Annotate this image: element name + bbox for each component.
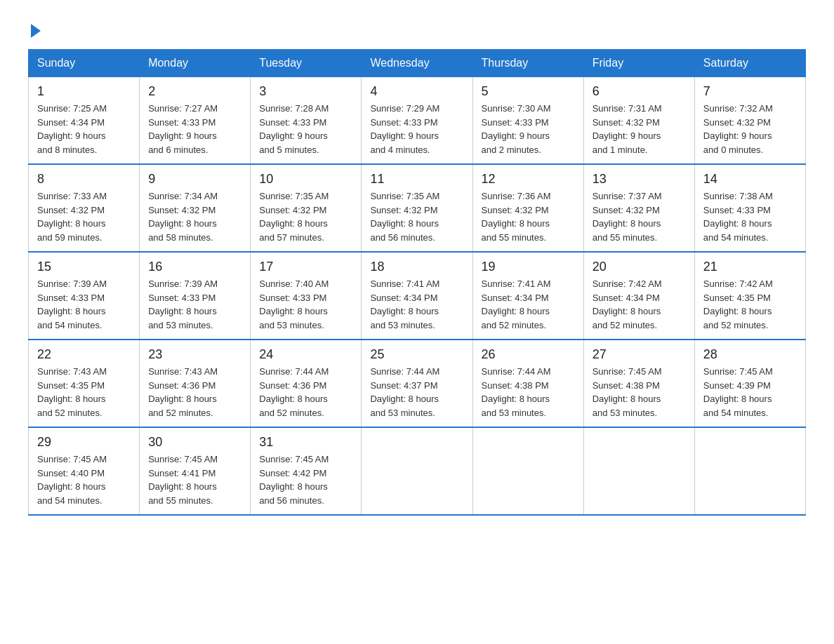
logo — [28, 21, 41, 35]
day-info: Sunrise: 7:42 AM Sunset: 4:34 PM Dayligh… — [593, 277, 686, 332]
calendar-cell: 9 Sunrise: 7:34 AM Sunset: 4:32 PM Dayli… — [140, 164, 251, 252]
day-number: 20 — [593, 260, 686, 274]
day-number: 21 — [703, 260, 797, 274]
calendar-cell: 25 Sunrise: 7:44 AM Sunset: 4:37 PM Dayl… — [362, 340, 472, 427]
day-number: 25 — [370, 347, 463, 362]
day-info: Sunrise: 7:36 AM Sunset: 4:32 PM Dayligh… — [482, 189, 575, 244]
weekday-header-friday: Friday — [583, 50, 694, 77]
calendar-cell: 26 Sunrise: 7:44 AM Sunset: 4:38 PM Dayl… — [472, 340, 583, 427]
calendar-cell: 30 Sunrise: 7:45 AM Sunset: 4:41 PM Dayl… — [140, 427, 251, 515]
calendar-cell: 21 Sunrise: 7:42 AM Sunset: 4:35 PM Dayl… — [694, 252, 805, 340]
day-number: 3 — [259, 84, 352, 99]
calendar-cell: 27 Sunrise: 7:45 AM Sunset: 4:38 PM Dayl… — [583, 340, 694, 427]
calendar-week-5: 29 Sunrise: 7:45 AM Sunset: 4:40 PM Dayl… — [29, 427, 806, 515]
day-number: 23 — [148, 347, 241, 362]
weekday-row: SundayMondayTuesdayWednesdayThursdayFrid… — [29, 50, 806, 77]
calendar-cell: 28 Sunrise: 7:45 AM Sunset: 4:39 PM Dayl… — [694, 340, 805, 427]
calendar-header: SundayMondayTuesdayWednesdayThursdayFrid… — [29, 50, 806, 77]
day-number: 15 — [37, 260, 131, 274]
calendar-cell: 4 Sunrise: 7:29 AM Sunset: 4:33 PM Dayli… — [362, 77, 472, 165]
day-info: Sunrise: 7:35 AM Sunset: 4:32 PM Dayligh… — [370, 189, 463, 244]
weekday-header-monday: Monday — [140, 50, 251, 77]
page-header — [28, 21, 806, 35]
day-info: Sunrise: 7:44 AM Sunset: 4:36 PM Dayligh… — [259, 365, 352, 420]
day-info: Sunrise: 7:39 AM Sunset: 4:33 PM Dayligh… — [37, 277, 131, 332]
day-info: Sunrise: 7:29 AM Sunset: 4:33 PM Dayligh… — [370, 102, 463, 156]
weekday-header-thursday: Thursday — [472, 50, 583, 77]
day-number: 14 — [703, 172, 797, 187]
calendar-week-2: 8 Sunrise: 7:33 AM Sunset: 4:32 PM Dayli… — [29, 164, 806, 252]
calendar-cell: 1 Sunrise: 7:25 AM Sunset: 4:34 PM Dayli… — [29, 77, 140, 165]
calendar-cell: 23 Sunrise: 7:43 AM Sunset: 4:36 PM Dayl… — [140, 340, 251, 427]
day-number: 8 — [37, 172, 131, 187]
day-number: 22 — [37, 347, 131, 362]
day-info: Sunrise: 7:45 AM Sunset: 4:42 PM Dayligh… — [259, 452, 352, 507]
logo-arrow-icon — [31, 24, 41, 38]
calendar-cell: 11 Sunrise: 7:35 AM Sunset: 4:32 PM Dayl… — [362, 164, 472, 252]
calendar-table: SundayMondayTuesdayWednesdayThursdayFrid… — [28, 49, 806, 516]
day-info: Sunrise: 7:30 AM Sunset: 4:33 PM Dayligh… — [482, 102, 575, 156]
calendar-cell: 6 Sunrise: 7:31 AM Sunset: 4:32 PM Dayli… — [583, 77, 694, 165]
day-number: 30 — [148, 435, 241, 450]
calendar-week-3: 15 Sunrise: 7:39 AM Sunset: 4:33 PM Dayl… — [29, 252, 806, 340]
day-number: 2 — [148, 84, 241, 99]
day-number: 26 — [482, 347, 575, 362]
calendar-cell — [472, 427, 583, 515]
calendar-cell: 12 Sunrise: 7:36 AM Sunset: 4:32 PM Dayl… — [472, 164, 583, 252]
day-info: Sunrise: 7:40 AM Sunset: 4:33 PM Dayligh… — [259, 277, 352, 332]
day-number: 16 — [148, 260, 241, 274]
calendar-week-4: 22 Sunrise: 7:43 AM Sunset: 4:35 PM Dayl… — [29, 340, 806, 427]
day-info: Sunrise: 7:45 AM Sunset: 4:41 PM Dayligh… — [148, 452, 241, 507]
calendar-cell: 14 Sunrise: 7:38 AM Sunset: 4:33 PM Dayl… — [694, 164, 805, 252]
day-info: Sunrise: 7:33 AM Sunset: 4:32 PM Dayligh… — [37, 189, 131, 244]
weekday-header-wednesday: Wednesday — [362, 50, 472, 77]
day-info: Sunrise: 7:35 AM Sunset: 4:32 PM Dayligh… — [259, 189, 352, 244]
day-info: Sunrise: 7:38 AM Sunset: 4:33 PM Dayligh… — [703, 189, 797, 244]
day-number: 28 — [703, 347, 797, 362]
calendar-cell — [583, 427, 694, 515]
calendar-cell: 3 Sunrise: 7:28 AM Sunset: 4:33 PM Dayli… — [251, 77, 362, 165]
day-info: Sunrise: 7:43 AM Sunset: 4:35 PM Dayligh… — [37, 365, 131, 420]
day-number: 31 — [259, 435, 352, 450]
day-info: Sunrise: 7:34 AM Sunset: 4:32 PM Dayligh… — [148, 189, 241, 244]
calendar-cell: 18 Sunrise: 7:41 AM Sunset: 4:34 PM Dayl… — [362, 252, 472, 340]
weekday-header-tuesday: Tuesday — [251, 50, 362, 77]
day-number: 29 — [37, 435, 131, 450]
day-number: 6 — [593, 84, 686, 99]
day-number: 17 — [259, 260, 352, 274]
day-number: 10 — [259, 172, 352, 187]
day-info: Sunrise: 7:44 AM Sunset: 4:38 PM Dayligh… — [482, 365, 575, 420]
day-info: Sunrise: 7:43 AM Sunset: 4:36 PM Dayligh… — [148, 365, 241, 420]
day-info: Sunrise: 7:45 AM Sunset: 4:39 PM Dayligh… — [703, 365, 797, 420]
calendar-body: 1 Sunrise: 7:25 AM Sunset: 4:34 PM Dayli… — [29, 77, 806, 516]
calendar-cell: 13 Sunrise: 7:37 AM Sunset: 4:32 PM Dayl… — [583, 164, 694, 252]
day-number: 9 — [148, 172, 241, 187]
day-info: Sunrise: 7:37 AM Sunset: 4:32 PM Dayligh… — [593, 189, 686, 244]
day-info: Sunrise: 7:41 AM Sunset: 4:34 PM Dayligh… — [482, 277, 575, 332]
day-number: 18 — [370, 260, 463, 274]
calendar-cell — [694, 427, 805, 515]
day-info: Sunrise: 7:25 AM Sunset: 4:34 PM Dayligh… — [37, 102, 131, 156]
calendar-cell — [362, 427, 472, 515]
day-number: 13 — [593, 172, 686, 187]
day-info: Sunrise: 7:41 AM Sunset: 4:34 PM Dayligh… — [370, 277, 463, 332]
day-number: 24 — [259, 347, 352, 362]
day-info: Sunrise: 7:39 AM Sunset: 4:33 PM Dayligh… — [148, 277, 241, 332]
day-info: Sunrise: 7:31 AM Sunset: 4:32 PM Dayligh… — [593, 102, 686, 156]
calendar-cell: 24 Sunrise: 7:44 AM Sunset: 4:36 PM Dayl… — [251, 340, 362, 427]
weekday-header-saturday: Saturday — [694, 50, 805, 77]
calendar-cell: 19 Sunrise: 7:41 AM Sunset: 4:34 PM Dayl… — [472, 252, 583, 340]
calendar-cell: 15 Sunrise: 7:39 AM Sunset: 4:33 PM Dayl… — [29, 252, 140, 340]
day-number: 4 — [370, 84, 463, 99]
calendar-cell: 17 Sunrise: 7:40 AM Sunset: 4:33 PM Dayl… — [251, 252, 362, 340]
calendar-cell: 8 Sunrise: 7:33 AM Sunset: 4:32 PM Dayli… — [29, 164, 140, 252]
day-info: Sunrise: 7:42 AM Sunset: 4:35 PM Dayligh… — [703, 277, 797, 332]
calendar-cell: 2 Sunrise: 7:27 AM Sunset: 4:33 PM Dayli… — [140, 77, 251, 165]
calendar-cell: 31 Sunrise: 7:45 AM Sunset: 4:42 PM Dayl… — [251, 427, 362, 515]
day-info: Sunrise: 7:28 AM Sunset: 4:33 PM Dayligh… — [259, 102, 352, 156]
calendar-cell: 10 Sunrise: 7:35 AM Sunset: 4:32 PM Dayl… — [251, 164, 362, 252]
calendar-cell: 7 Sunrise: 7:32 AM Sunset: 4:32 PM Dayli… — [694, 77, 805, 165]
day-info: Sunrise: 7:27 AM Sunset: 4:33 PM Dayligh… — [148, 102, 241, 156]
weekday-header-sunday: Sunday — [29, 50, 140, 77]
calendar-cell: 5 Sunrise: 7:30 AM Sunset: 4:33 PM Dayli… — [472, 77, 583, 165]
